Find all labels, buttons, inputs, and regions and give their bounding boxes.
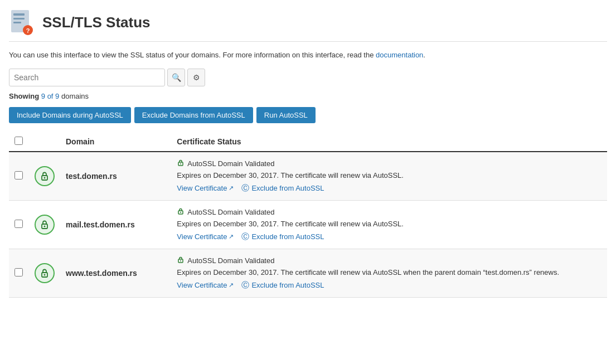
ssl-icon-cell bbox=[29, 200, 60, 249]
domain-name: test.domen.rs bbox=[60, 152, 171, 201]
cert-status-desc: Expires on December 30, 2017. The certif… bbox=[177, 171, 602, 179]
exclude-circle-icon: Ⓒ bbox=[241, 183, 249, 193]
cert-status-cell: AutoSSL Domain Validated Expires on Dece… bbox=[171, 249, 607, 297]
cert-status-container: AutoSSL Domain Validated Expires on Dece… bbox=[177, 256, 602, 290]
search-icon: 🔍 bbox=[172, 73, 181, 82]
svg-point-13 bbox=[180, 212, 181, 213]
exclude-from-autossl-link[interactable]: Ⓒ Exclude from AutoSSL bbox=[241, 280, 324, 290]
select-all-checkbox[interactable] bbox=[14, 137, 23, 145]
lock-icon bbox=[177, 207, 185, 217]
lock-icon bbox=[177, 256, 185, 265]
cert-actions: View Certificate ↗ Ⓒ Exclude from AutoSS… bbox=[177, 183, 602, 193]
search-button[interactable]: 🔍 bbox=[167, 69, 185, 86]
page-header: ? SSL/TLS Status bbox=[9, 9, 607, 42]
cert-actions: View Certificate ↗ Ⓒ Exclude from AutoSS… bbox=[177, 232, 602, 242]
cert-status-desc: Expires on December 30, 2017. The certif… bbox=[177, 220, 602, 228]
svg-point-15 bbox=[44, 274, 46, 275]
page-description: You can use this interface to view the S… bbox=[9, 50, 607, 61]
exclude-from-autossl-link[interactable]: Ⓒ Exclude from AutoSSL bbox=[241, 232, 324, 242]
table-row: test.domen.rs AutoSSL Domain Validated E… bbox=[9, 152, 607, 201]
cert-status-title: AutoSSL Domain Validated bbox=[177, 207, 602, 217]
cert-status-cell: AutoSSL Domain Validated Expires on Dece… bbox=[171, 152, 607, 201]
select-all-col bbox=[9, 132, 29, 152]
exclude-from-autossl-link[interactable]: Ⓒ Exclude from AutoSSL bbox=[241, 183, 324, 193]
status-label: AutoSSL Domain Validated bbox=[187, 208, 274, 216]
showing-count: Showing 9 of 9 domains bbox=[9, 92, 607, 100]
external-link-icon: ↗ bbox=[229, 233, 234, 240]
lock-icon bbox=[177, 159, 185, 168]
cert-status-title: AutoSSL Domain Validated bbox=[177, 256, 602, 265]
svg-text:?: ? bbox=[26, 27, 30, 34]
domain-col-header: Domain bbox=[60, 132, 171, 152]
exclude-domains-button[interactable]: Exclude Domains from AutoSSL bbox=[134, 107, 253, 123]
domain-table: Domain Certificate Status test.domen.rs bbox=[9, 132, 607, 298]
external-link-icon: ↗ bbox=[229, 185, 234, 192]
exclude-circle-icon: Ⓒ bbox=[241, 280, 249, 290]
gear-icon: ⚙ bbox=[193, 73, 200, 82]
run-autossl-button[interactable]: Run AutoSSL bbox=[256, 107, 316, 123]
cert-status-cell: AutoSSL Domain Validated Expires on Dece… bbox=[171, 200, 607, 249]
svg-rect-2 bbox=[13, 18, 25, 20]
ssl-status-icon bbox=[35, 263, 55, 283]
include-domains-button[interactable]: Include Domains during AutoSSL bbox=[9, 107, 131, 123]
svg-point-7 bbox=[44, 177, 46, 178]
cert-status-title: AutoSSL Domain Validated bbox=[177, 159, 602, 168]
search-input[interactable] bbox=[9, 69, 165, 86]
svg-rect-3 bbox=[13, 22, 21, 23]
page-title: SSL/TLS Status bbox=[42, 14, 151, 31]
domain-name: www.test.domen.rs bbox=[60, 249, 171, 297]
row-checkbox[interactable] bbox=[14, 268, 23, 276]
status-label: AutoSSL Domain Validated bbox=[187, 256, 274, 265]
row-checkbox-cell bbox=[9, 200, 29, 249]
ssl-icon-cell bbox=[29, 152, 60, 201]
table-header-row: Domain Certificate Status bbox=[9, 132, 607, 152]
settings-button[interactable]: ⚙ bbox=[187, 69, 205, 86]
ssl-status-icon bbox=[35, 215, 55, 235]
external-link-icon: ↗ bbox=[229, 282, 234, 289]
action-buttons: Include Domains during AutoSSL Exclude D… bbox=[9, 107, 607, 123]
view-certificate-link[interactable]: View Certificate ↗ bbox=[177, 281, 234, 289]
svg-rect-1 bbox=[13, 13, 25, 16]
svg-point-9 bbox=[180, 163, 181, 164]
svg-point-11 bbox=[44, 225, 46, 227]
search-bar: 🔍 ⚙ bbox=[9, 69, 607, 86]
cert-status-col-header: Certificate Status bbox=[171, 132, 607, 152]
row-checkbox-cell bbox=[9, 152, 29, 201]
domain-name: mail.test.domen.rs bbox=[60, 200, 171, 249]
ssl-icon-cell bbox=[29, 249, 60, 297]
row-checkbox-cell bbox=[9, 249, 29, 297]
row-checkbox[interactable] bbox=[14, 220, 23, 228]
row-checkbox[interactable] bbox=[14, 171, 23, 179]
view-certificate-link[interactable]: View Certificate ↗ bbox=[177, 232, 234, 241]
view-certificate-link[interactable]: View Certificate ↗ bbox=[177, 184, 234, 192]
cert-actions: View Certificate ↗ Ⓒ Exclude from AutoSS… bbox=[177, 280, 602, 290]
ssl-status-icon bbox=[35, 166, 55, 186]
cert-status-container: AutoSSL Domain Validated Expires on Dece… bbox=[177, 159, 602, 193]
documentation-link[interactable]: documentation bbox=[376, 51, 423, 59]
exclude-circle-icon: Ⓒ bbox=[241, 232, 249, 242]
table-row: mail.test.domen.rs AutoSSL Domain Valida… bbox=[9, 200, 607, 249]
cert-status-container: AutoSSL Domain Validated Expires on Dece… bbox=[177, 207, 602, 242]
cert-status-desc: Expires on December 30, 2017. The certif… bbox=[177, 268, 602, 276]
svg-point-17 bbox=[180, 260, 181, 261]
table-row: www.test.domen.rs AutoSSL Domain Validat… bbox=[9, 249, 607, 297]
page-icon: ? bbox=[9, 9, 36, 36]
status-label: AutoSSL Domain Validated bbox=[187, 159, 274, 168]
